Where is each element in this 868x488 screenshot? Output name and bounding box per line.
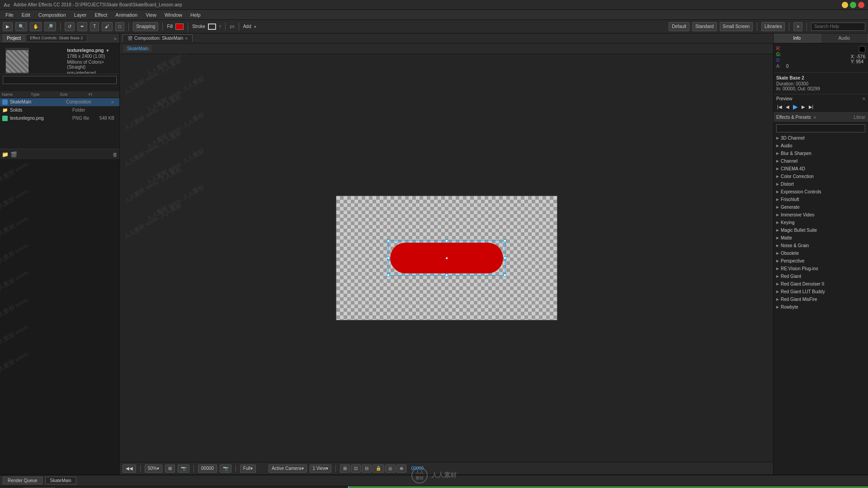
menu-layer[interactable]: Layer bbox=[71, 11, 90, 19]
rotate-tool[interactable]: ↺ bbox=[65, 22, 75, 31]
pen-tool[interactable]: ✒ bbox=[77, 22, 87, 31]
effect-3d-channel[interactable]: ▶ 3D Channel bbox=[774, 134, 868, 142]
zoom-tool[interactable]: 🔎 bbox=[44, 22, 56, 31]
handle-tr[interactable] bbox=[504, 239, 506, 242]
menu-effect[interactable]: Effect bbox=[91, 11, 111, 19]
effect-expression-controls[interactable]: ▶ Expression Controls bbox=[774, 188, 868, 196]
play-button[interactable]: ▶ bbox=[3, 22, 13, 31]
show-safe[interactable]: ◎ bbox=[385, 465, 396, 473]
project-search-input[interactable] bbox=[3, 76, 117, 84]
search-help-input[interactable] bbox=[811, 23, 865, 31]
effects-menu[interactable]: ≡ bbox=[814, 115, 816, 120]
project-new-comp[interactable]: 🎬 bbox=[10, 151, 17, 158]
effect-blur-sharpen[interactable]: ▶ Blur & Sharpen bbox=[774, 150, 868, 157]
effect-immersive-video[interactable]: ▶ Immersive Video bbox=[774, 211, 868, 219]
brush-tool[interactable]: 🖌 bbox=[102, 22, 113, 31]
audio-tab[interactable]: Audio bbox=[821, 33, 868, 43]
preview-prev[interactable]: ◀ bbox=[785, 104, 790, 109]
effect-color-correction[interactable]: ▶ Color Correction bbox=[774, 173, 868, 180]
standard-button[interactable]: Standard bbox=[692, 22, 717, 31]
panel-expand[interactable]: » bbox=[114, 36, 117, 41]
effect-frischluft[interactable]: ▶ Frischluft bbox=[774, 196, 868, 203]
handle-tl[interactable] bbox=[387, 239, 390, 242]
effect-red-giant-misfire[interactable]: ▶ Red Giant MisFire bbox=[774, 296, 868, 303]
effect-audio[interactable]: ▶ Audio bbox=[774, 142, 868, 150]
effect-magic-bullet[interactable]: ▶ Magic Bullet Suite bbox=[774, 226, 868, 234]
camera-select[interactable]: Active Camera ▾ bbox=[269, 465, 307, 473]
effect-red-giant-lut[interactable]: ▶ Red Giant LUT Buddy bbox=[774, 288, 868, 296]
zoom-level[interactable]: 50% ▾ bbox=[145, 465, 162, 473]
show-guides[interactable]: 🔒 bbox=[373, 465, 384, 473]
project-row-texture[interactable]: texturelegno.png PNG file 548 KB bbox=[0, 114, 119, 122]
menu-composition[interactable]: Composition bbox=[35, 11, 70, 19]
handle-mr[interactable] bbox=[504, 257, 506, 259]
fit-button[interactable]: ⊞ bbox=[165, 465, 175, 473]
show-rulers[interactable]: ⊟ bbox=[362, 465, 372, 473]
effect-generate[interactable]: ▶ Generate bbox=[774, 203, 868, 211]
close-button[interactable] bbox=[858, 2, 864, 8]
work-area[interactable] bbox=[348, 486, 868, 488]
preview-next[interactable]: ▶ bbox=[801, 104, 806, 109]
menu-window[interactable]: Window bbox=[161, 11, 186, 19]
views-select[interactable]: 1 View ▾ bbox=[310, 465, 332, 473]
effect-rowbyte[interactable]: ▶ Rowbyte bbox=[774, 303, 868, 311]
text-tool[interactable]: T bbox=[90, 22, 99, 31]
project-new-folder[interactable]: 📁 bbox=[2, 151, 9, 158]
small-screen-button[interactable]: Small Screen bbox=[720, 22, 753, 31]
menu-view[interactable]: View bbox=[142, 11, 160, 19]
handle-tm[interactable] bbox=[445, 239, 448, 242]
hand-tool[interactable]: ✋ bbox=[30, 22, 42, 31]
effect-obsolete[interactable]: ▶ Obsolete bbox=[774, 249, 868, 257]
quality-select[interactable]: Full ▾ bbox=[240, 465, 256, 473]
search-tool[interactable]: 🔍 bbox=[15, 22, 27, 31]
show-layer-controls[interactable]: ⊕ bbox=[396, 465, 406, 473]
preview-menu[interactable]: ≡ bbox=[863, 96, 865, 101]
menu-edit[interactable]: Edit bbox=[18, 11, 34, 19]
project-row-skatemain[interactable]: SkateMain Composition ≡ bbox=[0, 98, 119, 106]
effect-keying[interactable]: ▶ Keying bbox=[774, 219, 868, 226]
grid-icon[interactable] bbox=[259, 465, 266, 472]
pixel-aspect[interactable]: ⊡ bbox=[351, 465, 361, 473]
effect-perspective[interactable]: ▶ Perspective bbox=[774, 257, 868, 265]
maximize-button[interactable] bbox=[850, 2, 856, 8]
effects-tab-label[interactable]: Effects & Presets bbox=[776, 115, 811, 120]
libraries-tab-label[interactable]: Librar bbox=[854, 115, 865, 120]
stroke-color[interactable] bbox=[208, 23, 216, 30]
preview-playback[interactable]: ◀◀ bbox=[123, 465, 136, 473]
effect-distort[interactable]: ▶ Distort bbox=[774, 180, 868, 188]
effect-revision-plugins[interactable]: ▶ RE:Vision Plug-ins bbox=[774, 265, 868, 272]
fill-color[interactable] bbox=[175, 23, 184, 30]
comp-tab-menu[interactable]: ≡ bbox=[185, 36, 187, 41]
preview-first[interactable]: |◀ bbox=[776, 104, 783, 109]
project-row-solids[interactable]: 📁 Solids Folder bbox=[0, 106, 119, 114]
comp-tab-skatemain[interactable]: 🎬 Composition: SkateMain ≡ bbox=[123, 34, 193, 42]
effect-controls-tab[interactable]: Effect Controls: Skate Base 2 bbox=[26, 34, 87, 42]
effect-red-giant-denoiser[interactable]: ▶ Red Giant Denoiser II bbox=[774, 280, 868, 288]
effect-cinema4d[interactable]: ▶ CINEMA 4D bbox=[774, 165, 868, 173]
menu-file[interactable]: File bbox=[2, 11, 17, 19]
handle-bm[interactable] bbox=[445, 274, 448, 277]
snapshot-button[interactable]: 📷 bbox=[178, 465, 189, 473]
effect-red-giant[interactable]: ▶ Red Giant bbox=[774, 272, 868, 280]
playhead[interactable] bbox=[348, 486, 349, 488]
effect-matte[interactable]: ▶ Matte bbox=[774, 234, 868, 242]
effect-noise-grain[interactable]: ▶ Noise & Grain bbox=[774, 242, 868, 249]
toolbar-expand[interactable]: » bbox=[793, 22, 802, 31]
project-tab[interactable]: Project bbox=[3, 34, 25, 42]
handle-br[interactable] bbox=[504, 274, 506, 277]
handle-ml[interactable] bbox=[387, 257, 390, 259]
preview-last[interactable]: ▶| bbox=[808, 104, 815, 109]
skatemain-timeline-tab[interactable]: SkateMain bbox=[45, 477, 76, 484]
info-tab[interactable]: Info bbox=[774, 33, 821, 43]
libraries-button[interactable]: Libraries bbox=[761, 22, 785, 31]
menu-animation[interactable]: Animation bbox=[112, 11, 141, 19]
project-delete[interactable]: 🗑 bbox=[113, 152, 118, 157]
project-item-options[interactable]: ≡ bbox=[111, 100, 118, 104]
timeline-ruler[interactable]: 00025 00050 00075 00100 00125 00150 0017… bbox=[348, 486, 868, 488]
effect-channel[interactable]: ▶ Channel bbox=[774, 157, 868, 165]
render-queue-tab[interactable]: Render Queue bbox=[3, 477, 42, 484]
preview-play[interactable]: ▶ bbox=[792, 103, 799, 110]
handle-bl[interactable] bbox=[387, 274, 390, 277]
menu-help[interactable]: Help bbox=[187, 11, 204, 19]
choose-grid[interactable]: ⊞ bbox=[340, 465, 350, 473]
